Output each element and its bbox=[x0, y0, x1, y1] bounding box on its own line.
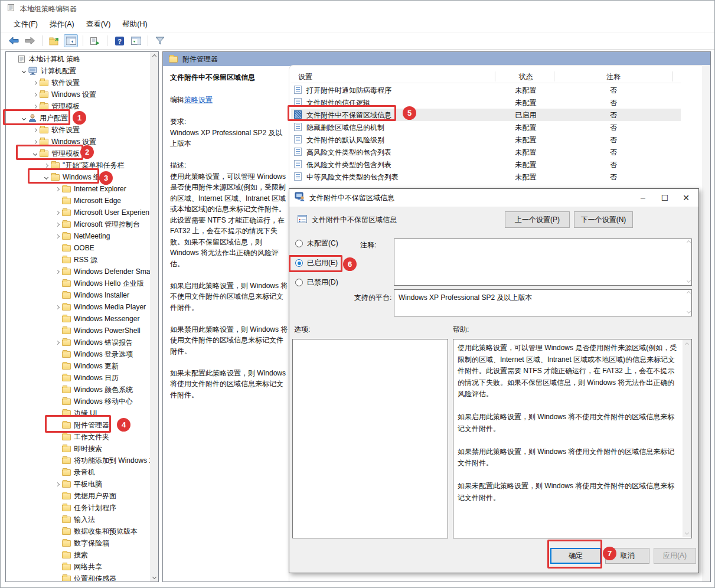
column-header-comment[interactable]: 注释 bbox=[555, 72, 672, 82]
tree-item[interactable]: Windows Hello 企业版 bbox=[6, 277, 150, 289]
expand-chevron-icon[interactable] bbox=[53, 235, 61, 238]
radio-option[interactable]: 已启用(E) bbox=[295, 258, 338, 268]
tree-item[interactable]: 平板电脑 bbox=[6, 478, 150, 490]
settings-list-row[interactable]: 文件附件的信任逻辑未配置否 bbox=[291, 96, 681, 109]
maximize-icon[interactable]: ☐ bbox=[655, 189, 675, 207]
help-scrollbar[interactable] bbox=[683, 340, 691, 537]
tree-item[interactable]: Microsoft 管理控制台 bbox=[6, 218, 150, 230]
tree-item[interactable]: Microsoft Edge bbox=[6, 195, 150, 207]
tree-item[interactable]: 搜索 bbox=[6, 549, 150, 561]
close-icon[interactable]: ✕ bbox=[676, 189, 696, 207]
scroll-down-icon[interactable] bbox=[152, 575, 156, 579]
show-action-pane-icon[interactable] bbox=[129, 34, 143, 47]
scroll-down-icon[interactable] bbox=[687, 279, 691, 283]
settings-list-row[interactable]: 高风险文件类型的包含列表未配置否 bbox=[291, 146, 681, 158]
next-setting-button[interactable]: 下一个设置(N) bbox=[574, 211, 633, 228]
tree-item[interactable]: Windows PowerShell bbox=[6, 325, 150, 337]
tree-item[interactable]: Windows 颜色系统 bbox=[6, 384, 150, 396]
expand-chevron-icon[interactable] bbox=[31, 152, 39, 155]
expand-chevron-icon[interactable] bbox=[19, 70, 28, 73]
tree-item[interactable]: Windows 移动中心 bbox=[6, 396, 150, 407]
options-panel[interactable] bbox=[292, 339, 448, 538]
expand-chevron-icon[interactable] bbox=[19, 117, 28, 120]
column-separator[interactable] bbox=[495, 71, 495, 81]
tree-item[interactable]: 附件管理器 bbox=[6, 419, 150, 431]
tree-item[interactable]: 任务计划程序 bbox=[6, 502, 150, 514]
expand-chevron-icon[interactable] bbox=[53, 188, 61, 191]
expand-chevron-icon[interactable] bbox=[53, 341, 61, 344]
tree-item[interactable]: Windows 登录选项 bbox=[6, 348, 150, 360]
tree-item[interactable]: Windows Media Player bbox=[6, 301, 150, 313]
help-icon[interactable]: ? bbox=[112, 34, 126, 47]
expand-chevron-icon[interactable] bbox=[31, 93, 39, 96]
settings-list-row[interactable]: 打开附件时通知防病毒程序未配置否 bbox=[291, 84, 681, 96]
column-header-status[interactable]: 状态 bbox=[497, 72, 555, 82]
menu-item[interactable]: 文件(F) bbox=[8, 17, 44, 32]
expand-chevron-icon[interactable] bbox=[31, 141, 39, 143]
expand-chevron-icon[interactable] bbox=[53, 223, 61, 226]
tree-item[interactable]: 用户配置 bbox=[6, 112, 150, 124]
comment-field[interactable] bbox=[394, 239, 692, 286]
minimize-icon[interactable]: – bbox=[633, 189, 653, 207]
column-separator[interactable] bbox=[554, 71, 554, 81]
tree-item[interactable]: Windows 日历 bbox=[6, 372, 150, 384]
export-list-icon[interactable] bbox=[88, 34, 102, 47]
radio-option[interactable]: 已禁用(D) bbox=[295, 277, 338, 288]
filter-icon[interactable] bbox=[153, 34, 167, 47]
column-header-setting[interactable]: 设置 bbox=[298, 72, 312, 82]
radio-option[interactable]: 未配置(C) bbox=[295, 239, 338, 249]
expand-chevron-icon[interactable] bbox=[31, 105, 39, 108]
apply-button[interactable]: 应用(A) bbox=[654, 548, 696, 564]
expand-chevron-icon[interactable] bbox=[53, 270, 61, 273]
radio-button-icon[interactable] bbox=[295, 259, 303, 267]
scroll-up-icon[interactable] bbox=[687, 291, 691, 295]
settings-list-row[interactable]: 中等风险文件类型的包含列表未配置否 bbox=[291, 171, 681, 183]
tree-item[interactable]: Windows Installer bbox=[6, 289, 150, 301]
radio-button-icon[interactable] bbox=[295, 279, 303, 286]
settings-list-row[interactable]: 隐藏删除区域信息的机制未配置否 bbox=[291, 121, 681, 133]
forward-icon[interactable] bbox=[23, 34, 37, 47]
tree-item[interactable]: 凭据用户界面 bbox=[6, 490, 150, 502]
tree-item[interactable]: 即时搜索 bbox=[6, 443, 150, 455]
scroll-down-icon[interactable] bbox=[684, 531, 688, 535]
settings-list-row[interactable]: 文件附件中不保留区域信息已启用否 bbox=[291, 109, 681, 121]
scroll-up-icon[interactable] bbox=[687, 240, 691, 244]
tree-item[interactable]: Windows 设置 bbox=[6, 136, 150, 148]
tree-item[interactable]: 软件设置 bbox=[6, 124, 150, 136]
policy-settings-link[interactable]: 策略设置 bbox=[184, 96, 213, 104]
tree-item[interactable]: 计算机配置 bbox=[6, 65, 150, 77]
tree-item[interactable]: Windows 更新 bbox=[6, 360, 150, 372]
tree-item[interactable]: Internet Explorer bbox=[6, 183, 150, 195]
tree-item[interactable]: Windows 错误报告 bbox=[6, 337, 150, 348]
radio-button-icon[interactable] bbox=[295, 240, 303, 247]
tree-item[interactable]: Windows 组件 bbox=[6, 171, 150, 183]
tree-item[interactable]: 工作文件夹 bbox=[6, 431, 150, 443]
tree-item[interactable]: 将功能添加到 Windows 1 bbox=[6, 455, 150, 466]
tree-item[interactable]: 网络共享 bbox=[6, 561, 150, 573]
expand-chevron-icon[interactable] bbox=[42, 176, 50, 179]
tree-item[interactable]: NetMeeting bbox=[6, 230, 150, 242]
expand-chevron-icon[interactable] bbox=[31, 129, 39, 132]
scroll-up-icon[interactable] bbox=[684, 342, 688, 347]
tree-item[interactable]: RSS 源 bbox=[6, 254, 150, 266]
tree-item[interactable]: 录音机 bbox=[6, 466, 150, 478]
tree-item[interactable]: 管理模板 bbox=[6, 100, 150, 112]
cancel-button[interactable]: 取消 bbox=[605, 548, 649, 564]
tree-scrollbar[interactable] bbox=[150, 52, 158, 582]
settings-list-row[interactable]: 文件附件的默认风险级别未配置否 bbox=[291, 133, 681, 146]
settings-list-row[interactable]: 低风险文件类型的包含列表未配置否 bbox=[291, 158, 681, 171]
ok-button[interactable]: 确定 bbox=[550, 548, 601, 564]
tree-item[interactable]: 边缘 UI bbox=[6, 407, 150, 419]
tree-item[interactable]: 位置和传感器 bbox=[6, 573, 150, 581]
tree-item[interactable]: Windows Defender Sma bbox=[6, 266, 150, 277]
menu-item[interactable]: 查看(V) bbox=[80, 17, 117, 32]
expand-chevron-icon[interactable] bbox=[53, 211, 61, 214]
tree-item[interactable]: 管理模板 bbox=[6, 148, 150, 159]
tree-item[interactable]: OOBE bbox=[6, 242, 150, 254]
column-separator[interactable] bbox=[672, 71, 672, 81]
tree-item[interactable]: Microsoft User Experien bbox=[6, 207, 150, 218]
tree-item[interactable]: Windows 设置 bbox=[6, 89, 150, 100]
scroll-down-icon[interactable] bbox=[687, 309, 691, 313]
tree-item[interactable]: 数字保险箱 bbox=[6, 537, 150, 549]
tree-item[interactable]: 本地计算机 策略 bbox=[6, 53, 150, 65]
